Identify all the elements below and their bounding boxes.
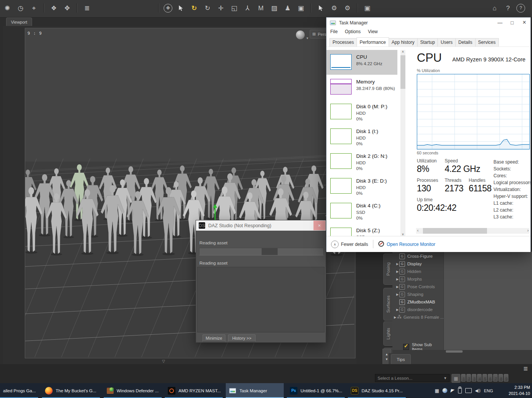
help-icon[interactable]: ? xyxy=(516,4,525,13)
expand-arrow-icon[interactable]: ▶ xyxy=(395,308,399,311)
tree-item-disordercode[interactable]: ▶Gdisordercode xyxy=(392,306,444,313)
lesson-list-icon[interactable]: ≣ xyxy=(523,365,528,372)
node-grid-icon[interactable] xyxy=(146,5,154,11)
scrollbar-thumb[interactable] xyxy=(400,55,405,89)
new-spotlight-icon[interactable]: ⌖ xyxy=(29,3,39,13)
scroll-left-icon[interactable]: ‹ xyxy=(417,228,418,233)
taskbar-clock[interactable]: 2:33 PM 2021-04-10 xyxy=(500,384,530,396)
tm-horizontal-scrollbar[interactable]: ‹ › xyxy=(416,228,530,234)
maximize-button[interactable]: □ xyxy=(506,18,518,27)
new-light-icon[interactable]: ✺ xyxy=(2,3,12,13)
scroll-up-icon[interactable]: ∧ xyxy=(400,50,405,53)
taskbar-item-amd-ryzen-mast[interactable]: AMD RYZEN MAST... xyxy=(165,383,223,398)
camera-tool-icon[interactable]: ▣ xyxy=(296,3,306,13)
scroll-down-icon[interactable]: ∨ xyxy=(400,233,405,236)
history-button[interactable]: History >> xyxy=(228,334,256,342)
taskbar-item-task-manager[interactable]: Task Manager xyxy=(226,383,284,398)
tree-item-zmudboxmab[interactable]: GZMudboxMAB xyxy=(392,298,444,306)
tree-item-morphs[interactable]: ▶GMorphs xyxy=(392,275,444,283)
scene-navigator-icon[interactable]: ✥ xyxy=(164,4,172,13)
tree-item-genesis-8-female-[interactable]: ▶⁂Genesis 8 Female ... xyxy=(392,313,444,321)
close-button[interactable]: × xyxy=(518,18,530,27)
new-gauge-icon[interactable]: ◷ xyxy=(16,3,26,13)
cursor-icon[interactable]: ◤ xyxy=(450,388,455,394)
taskbar-item-alled-progs-ga[interactable]: alled Progs Ga... xyxy=(0,383,38,398)
pointer-settings-icon[interactable] xyxy=(316,3,326,13)
show-sub-items[interactable]: ✓ Show Sub Items xyxy=(403,342,444,350)
taskbar-item-windows-defender[interactable]: Windows Defender ... xyxy=(104,383,162,398)
dock-horizontal-scrollbar[interactable] xyxy=(392,350,532,353)
tree-item-hidden[interactable]: ▶GHidden xyxy=(392,268,444,275)
tm-tab-details[interactable]: Details xyxy=(455,38,476,47)
open-resource-monitor-link[interactable]: Open Resource Monitor xyxy=(387,242,435,247)
expand-arrow-icon[interactable]: ▶ xyxy=(395,262,399,266)
lesson-number-5[interactable]: 5 xyxy=(482,374,487,382)
lesson-number-6[interactable]: 6 xyxy=(488,374,492,382)
dock-tab-surfaces[interactable]: Surfaces xyxy=(383,288,392,321)
figure-tool-icon[interactable]: ♟ xyxy=(283,3,293,13)
color-ball-icon[interactable] xyxy=(442,388,447,393)
tips-tab[interactable]: Tips xyxy=(391,354,411,364)
expand-arrow-icon[interactable]: ▶ xyxy=(393,316,397,319)
tm-tab-performance[interactable]: Performance xyxy=(357,37,389,47)
lesson-select[interactable]: Select a Lesson... ▼ xyxy=(375,374,450,382)
viewport-scrub-marker[interactable]: ▽ xyxy=(162,359,165,363)
lesson-number-1[interactable]: 1 xyxy=(461,374,466,382)
tm-sidebar-disk-3-e-d-[interactable]: Disk 3 (E: D:)HDD0% xyxy=(326,174,397,199)
lesson-number-8[interactable]: 8 xyxy=(498,374,503,382)
scroll-down-icon[interactable]: ▼ xyxy=(385,358,388,361)
tm-sidebar-cpu[interactable]: CPU8% 4.22 GHz xyxy=(326,50,397,75)
tm-sidebar-disk-2-g-n-[interactable]: Disk 2 (G: N:)HDD0% xyxy=(326,149,397,174)
m-surface-tool-icon[interactable]: M xyxy=(256,3,266,13)
tree-item-pose-controls[interactable]: ▶GPose Controls xyxy=(392,283,444,290)
pointer-tool-icon[interactable] xyxy=(176,3,186,13)
tm-tab-startup[interactable]: Startup xyxy=(417,38,438,47)
minimize-button[interactable]: Minimize xyxy=(203,334,225,342)
volume-icon[interactable]: ◀)) xyxy=(475,388,481,393)
surface-tool-icon[interactable]: ▨ xyxy=(269,3,279,13)
expand-arrow-icon[interactable]: ▶ xyxy=(395,278,399,281)
lesson-number-2[interactable]: 2 xyxy=(466,374,471,382)
taskbar-item-the-my-bucket-s-g[interactable]: The My Bucket's G... xyxy=(42,383,100,398)
dialog-titlebar[interactable]: DS DAZ Studio (Not Responding) xyxy=(196,220,326,231)
keyboard-icon[interactable]: ▦ xyxy=(435,388,439,393)
lesson-clapper-button[interactable]: ▦ xyxy=(452,374,460,383)
lesson-number-7[interactable]: 7 xyxy=(493,374,498,382)
scroll-right-icon[interactable]: › xyxy=(527,228,529,233)
lesson-number-9[interactable]: 9 xyxy=(504,374,508,382)
usb-icon[interactable] xyxy=(458,388,462,393)
expand-arrow-icon[interactable]: ▶ xyxy=(395,270,399,273)
show-sub-items-checkbox[interactable]: ✓ xyxy=(403,344,409,350)
rotate-tool-icon[interactable]: ↻ xyxy=(203,3,212,13)
translate-tool-icon[interactable]: ✛ xyxy=(216,3,226,13)
bone-tool-icon[interactable]: ⅄ xyxy=(243,3,252,13)
tm-sidebar-memory[interactable]: Memory38.2/47.9 GB (80%) xyxy=(326,75,397,100)
tm-sidebar-disk-4-c-[interactable]: Disk 4 (C:)SSD0% xyxy=(326,199,397,223)
new-null-icon[interactable]: ✥ xyxy=(62,3,72,13)
expand-arrow-icon[interactable]: ▶ xyxy=(395,293,399,296)
context-help-icon[interactable]: ? xyxy=(503,3,513,13)
scrollbar-thumb[interactable] xyxy=(423,228,487,234)
view-ball-caret-icon[interactable]: ▼ xyxy=(306,37,309,40)
tm-tab-app-history[interactable]: App history xyxy=(389,38,418,47)
fewer-details-button[interactable]: Fewer details xyxy=(341,242,368,247)
language-indicator[interactable]: ENG xyxy=(484,388,493,393)
tm-tab-services[interactable]: Services xyxy=(475,38,499,47)
render-camera-icon[interactable]: ▣ xyxy=(362,3,372,13)
new-camera-icon[interactable]: ❖ xyxy=(49,3,59,13)
menu-options[interactable]: Options xyxy=(345,29,360,34)
scene-list-icon[interactable]: ≣ xyxy=(82,3,92,13)
dialog-close-button[interactable]: × xyxy=(313,221,325,230)
cpu-utilization-graph[interactable] xyxy=(417,74,530,149)
sphere-settings-icon[interactable]: ⚙ xyxy=(329,3,339,13)
tm-sidebar-disk-1-i-[interactable]: Disk 1 (I:)HDD0% xyxy=(326,124,397,149)
camera-settings-icon[interactable]: ⚙ xyxy=(342,3,352,13)
viewport-tab[interactable]: Viewport xyxy=(6,18,32,26)
lesson-number-3[interactable]: 3 xyxy=(472,374,476,382)
taskbar-item-daz-studio-4-15-pr[interactable]: DSDAZ Studio 4.15 Pr... xyxy=(348,383,406,398)
view-rotate-ball-icon[interactable] xyxy=(296,30,305,39)
display-network-icon[interactable] xyxy=(465,388,472,393)
dock-tab-posing[interactable]: Posing xyxy=(383,254,392,285)
menu-view[interactable]: View xyxy=(368,29,378,34)
tree-item-cross-figure[interactable]: GCross-Figure xyxy=(392,252,444,260)
